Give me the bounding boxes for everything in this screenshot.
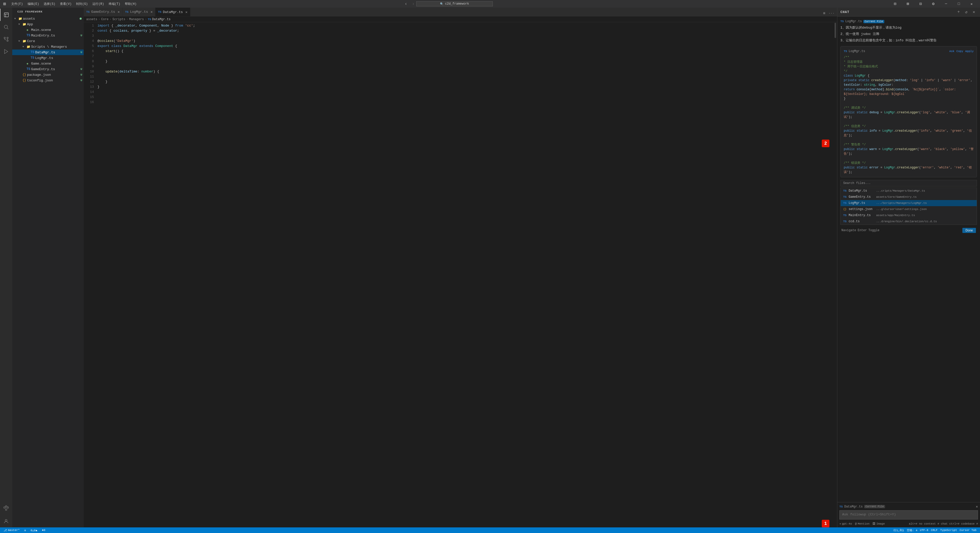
menu-select[interactable]: 选择(S) <box>41 1 57 6</box>
done-button[interactable]: Done <box>963 228 976 233</box>
nav-forward-btn[interactable]: › <box>410 1 416 7</box>
sidebar-item-core[interactable]: ▼ 📁 Core <box>12 38 84 44</box>
tab-close-logmgr[interactable]: ✕ <box>151 10 153 14</box>
nav-navigate-btn[interactable]: Navigate <box>842 229 856 232</box>
nav-enter-btn[interactable]: Enter <box>858 229 867 232</box>
status-notifications[interactable]: ●0 <box>41 529 46 532</box>
status-indent[interactable]: 空格: 4 <box>906 528 918 532</box>
sidebar-label-logmgr: LogMgr.ts <box>35 56 84 60</box>
activity-extensions[interactable] <box>0 502 12 514</box>
breadcrumb-datamgr[interactable]: DataMgr.ts <box>152 18 170 21</box>
chat-mention-btn[interactable]: @ Mention <box>855 522 870 525</box>
status-cursor-tab[interactable]: Cursor Tab <box>959 528 977 532</box>
code-editor[interactable]: 1 2 3 4 5 6 7 8 9 10 11 12 13 14 15 16 <box>84 22 837 520</box>
more-actions-btn[interactable]: ··· <box>829 10 835 16</box>
nav-toggle-btn[interactable]: Toggle <box>869 229 880 232</box>
breadcrumb-assets[interactable]: assets <box>86 18 97 21</box>
chat-panel: CHAT + ↺ ✕ TS LogMgr.ts Current File 1、因… <box>837 8 980 527</box>
breadcrumb-sep3: › <box>126 18 128 21</box>
tab-datamgr[interactable]: TS DataMgr.ts ✕ <box>156 8 190 16</box>
search-result-settings[interactable]: {} settings.json ...g\Cursor\User\settin… <box>841 206 977 212</box>
code-line-warn-cmt: /** 警告类 */ <box>844 142 974 147</box>
sidebar-item-package-json[interactable]: {} package.json U <box>12 72 84 78</box>
chat-image-btn[interactable]: 🖼 Image <box>873 522 885 525</box>
search-result-mainentry[interactable]: TS MainEntry.ts assets/App/MainEntry.ts <box>841 212 977 218</box>
chat-current-file-badge: Current File <box>863 20 884 23</box>
chat-file-ref-name: LogMgr.ts <box>845 20 862 23</box>
activity-explorer[interactable] <box>0 9 12 21</box>
status-encoding[interactable]: UTF-8 <box>919 528 929 532</box>
status-language[interactable]: TypeScript <box>939 528 958 532</box>
search-result-logmgr[interactable]: TS LogMgr.ts .../Scripts/Managers/LogMgr… <box>841 200 977 206</box>
code-line-private: private static createLogger(method: 'log… <box>844 78 974 87</box>
split-editor-btn[interactable]: ⊞ <box>821 10 827 16</box>
chat-note-3: 3、让输出的日志前缀包含中文，如：info 叫信息，warn叫警告 <box>840 38 977 43</box>
status-eol[interactable]: CRLF <box>930 528 939 532</box>
code-content[interactable]: import { _decorator , Component , Node }… <box>97 22 834 520</box>
editor-scrollbar[interactable] <box>834 22 837 520</box>
layout-btn2[interactable]: ⊞ <box>902 0 914 8</box>
chat-history-btn[interactable]: ↺ <box>963 9 969 15</box>
activity-debug[interactable] <box>0 45 12 58</box>
menu-file[interactable]: 文件(F) <box>9 1 25 6</box>
chat-model-selector[interactable]: ✦ gpt-4o <box>839 522 852 525</box>
ts-file-icon: TS <box>125 10 128 14</box>
menu-terminal[interactable]: 终端(T) <box>107 1 123 6</box>
tab-gameentry[interactable]: TS GameEntry.ts ✕ <box>84 8 123 16</box>
sidebar-item-assets[interactable]: ▼ 📁 assets <box>12 16 84 21</box>
settings-btn[interactable]: ⚙ <box>928 0 939 8</box>
sidebar-item-gamescene[interactable]: ◈ Game.scene <box>12 61 84 66</box>
breadcrumb-scripts[interactable]: Scripts <box>112 18 125 21</box>
layout-btn[interactable]: ⊟ <box>889 0 901 8</box>
language-label: TypeScript <box>940 529 957 532</box>
status-errors[interactable]: 0△0▲ <box>30 529 38 532</box>
tab-close-gameentry[interactable]: ✕ <box>118 10 120 14</box>
nav-buttons: Navigate Enter Toggle <box>842 229 880 232</box>
json-icon: {} <box>22 79 27 82</box>
tab-logmgr[interactable]: TS LogMgr.ts ✕ <box>123 8 156 16</box>
sidebar-item-mainscene[interactable]: ◈ Main.scene <box>12 27 84 33</box>
code-line-cls: class LogMgr { <box>844 73 974 78</box>
notification-count: ●0 <box>42 529 45 532</box>
sidebar-item-gameentry[interactable]: TS GameEntry.ts U <box>12 66 84 72</box>
sidebar-item-logmgr[interactable]: TS LogMgr.ts <box>12 55 84 61</box>
title-search-box[interactable]: 🔍 c2d_framework <box>416 1 493 6</box>
chat-apply-btn[interactable]: Apply <box>965 49 974 54</box>
menu-goto[interactable]: 转到(G) <box>74 1 90 6</box>
sidebar-item-mainentry[interactable]: TS MainEntry.ts U <box>12 33 84 38</box>
tab-close-datamgr[interactable]: ✕ <box>185 10 187 14</box>
nav-back-btn[interactable]: ‹ <box>403 1 409 7</box>
chat-notes: 1、因为默认的debug不显示，请改为log 2、统一使用 jsdoc 注释 3… <box>840 25 977 43</box>
activity-git[interactable] <box>0 33 12 45</box>
sidebar-item-app[interactable]: ▼ 📁 App <box>12 21 84 27</box>
layout-btn3[interactable]: ⊡ <box>915 0 926 8</box>
search-result-ccd[interactable]: TS ccd.ts ...d/engine/bin/.declaration/c… <box>841 218 977 224</box>
chat-add-btn[interactable]: + <box>956 9 962 15</box>
chat-input-textarea[interactable] <box>839 510 978 519</box>
chat-input-close-file[interactable]: ✕ <box>976 504 978 509</box>
maximize-btn[interactable]: □ <box>953 0 965 8</box>
status-sync[interactable]: ⊙ <box>23 529 27 532</box>
search-result-gameentry[interactable]: TS GameEntry.ts assets/Core/GameEntry.ts <box>841 194 977 200</box>
image-label: Image <box>877 522 885 525</box>
menu-help[interactable]: 帮助(H) <box>123 1 138 6</box>
breadcrumb-core[interactable]: Core <box>101 18 108 21</box>
minimize-btn[interactable]: ─ <box>940 0 952 8</box>
chat-ask-btn[interactable]: Ask <box>950 49 955 54</box>
status-git[interactable]: ⎇ master* <box>3 529 21 532</box>
breadcrumb-managers[interactable]: Managers <box>129 18 144 21</box>
activity-search[interactable] <box>0 21 12 33</box>
menu-edit[interactable]: 编辑(E) <box>25 1 41 6</box>
menu-run[interactable]: 运行(R) <box>90 1 106 6</box>
activity-account[interactable] <box>0 515 12 527</box>
close-btn[interactable]: ✕ <box>966 0 977 8</box>
line-num-1: 1 <box>85 23 94 28</box>
chat-copy-btn[interactable]: Copy <box>956 49 963 54</box>
sidebar-item-datamgr[interactable]: TS DataMgr.ts U <box>12 49 84 55</box>
search-result-datamgr[interactable]: TS DataMgr.ts ...cripts/Managers/DataMgr… <box>841 188 977 194</box>
status-cursor-pos[interactable]: 行1,列1 <box>892 528 905 532</box>
menu-view[interactable]: 查看(V) <box>58 1 74 6</box>
sidebar-item-scripts-managers[interactable]: ▼ 📁 Scripts \ Managers <box>12 44 84 49</box>
sidebar-item-tsconfig-json[interactable]: {} tsconfig.json U <box>12 78 84 83</box>
chat-close-btn[interactable]: ✕ <box>971 9 977 15</box>
